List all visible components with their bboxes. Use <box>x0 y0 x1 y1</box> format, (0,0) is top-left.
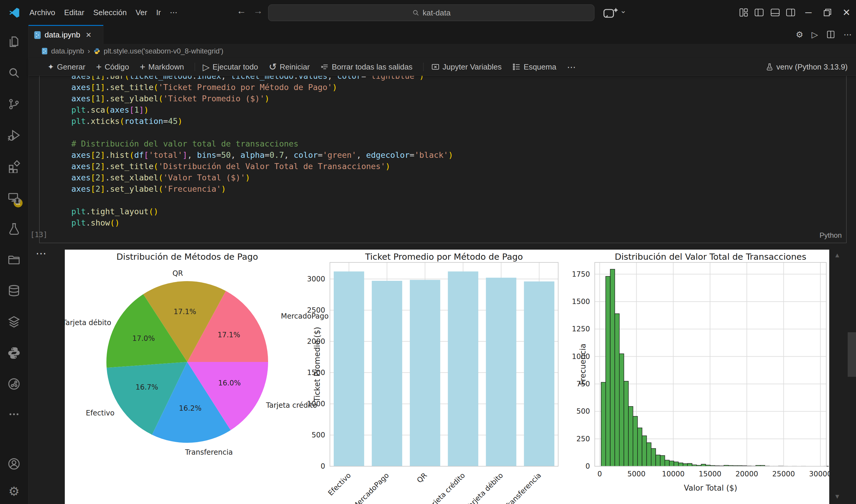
run-notebook-icon[interactable]: ▷ <box>812 30 818 39</box>
breadcrumb-file[interactable]: data.ipynb <box>51 47 84 55</box>
svg-text:Valor Total ($): Valor Total ($) <box>684 484 737 492</box>
breadcrumb-separator: › <box>88 47 90 55</box>
titlebar: Archivo Editar Selección Ver Ir ⋯ ← → ka… <box>0 0 856 25</box>
explorer-icon[interactable] <box>7 35 20 48</box>
split-editor-icon[interactable] <box>826 30 835 39</box>
cell-border-right <box>846 75 846 243</box>
more-views-icon[interactable] <box>7 408 20 421</box>
code-line[interactable]: # Distribución del valor total de transa… <box>0 138 856 149</box>
copilot-chevron-down-icon[interactable]: ⌄ <box>620 6 626 15</box>
database-icon[interactable] <box>7 284 20 297</box>
restart-kernel-button[interactable]: ↺ Reiniciar <box>269 61 310 73</box>
svg-text:10000: 10000 <box>662 470 684 478</box>
menu-editar[interactable]: Editar <box>60 8 89 17</box>
jupyter-variables-button[interactable]: Jupyter Variables <box>431 62 502 72</box>
toggle-sidebar-right-icon[interactable] <box>785 6 797 18</box>
add-markdown-cell-button[interactable]: + Markdown <box>140 61 184 73</box>
cell-border-bottom <box>39 243 846 243</box>
run-all-button[interactable]: ▷ Ejecutar todo <box>203 62 258 72</box>
toolbar-divider <box>195 63 195 71</box>
close-window-button[interactable]: ✕ <box>840 6 853 18</box>
python-icon[interactable] <box>7 346 20 360</box>
kernel-picker[interactable]: venv (Python 3.13.9) <box>766 58 848 75</box>
vscode-window: Archivo Editar Selección Ver Ir ⋯ ← → ka… <box>0 0 856 504</box>
plus-icon: + <box>96 61 102 73</box>
menu-ir[interactable]: Ir <box>151 8 165 17</box>
code-editor[interactable]: axes[1].bar(ticket_metodo.index, ticket_… <box>0 70 856 229</box>
tab-close-icon[interactable]: ✕ <box>86 31 92 39</box>
add-code-cell-button[interactable]: + Código <box>96 61 129 73</box>
breadcrumb: data.ipynb › plt.style.use('seaborn-v0_8… <box>29 44 856 58</box>
restore-button[interactable] <box>821 6 834 18</box>
editor-tab-bar: data.ipynb ✕ ⚙ ▷ ⋯ <box>29 25 856 44</box>
clear-all-outputs-button[interactable]: Borrar todas las salidas <box>320 62 412 72</box>
toggle-sidebar-left-icon[interactable] <box>753 6 765 18</box>
svg-text:Tarjeta débito: Tarjeta débito <box>65 319 111 327</box>
vscode-logo-icon <box>8 6 20 18</box>
svg-text:15000: 15000 <box>699 470 721 478</box>
python-cell-icon <box>94 48 100 54</box>
search-icon <box>412 9 420 17</box>
menubar: Archivo Editar Selección Ver Ir ⋯ <box>25 0 182 25</box>
nav-forward-icon[interactable]: → <box>253 5 263 16</box>
svg-text:16.2%: 16.2% <box>179 404 201 412</box>
cell-language-label[interactable]: Python <box>819 231 842 239</box>
code-line[interactable] <box>0 195 856 206</box>
code-line[interactable]: plt.xticks(rotation=45) <box>0 115 856 127</box>
sparkle-icon: ✦ <box>48 62 54 72</box>
code-line[interactable]: plt.sca(axes[1]) <box>0 104 856 115</box>
menu-archivo[interactable]: Archivo <box>25 8 60 17</box>
plus-icon: + <box>140 61 145 73</box>
copilot-icon[interactable] <box>603 7 620 19</box>
menu-seleccion[interactable]: Selección <box>89 8 131 17</box>
restart-icon: ↺ <box>269 61 277 73</box>
tab-data-ipynb[interactable]: data.ipynb ✕ <box>29 25 103 44</box>
svg-text:1500: 1500 <box>572 298 590 306</box>
code-line[interactable]: axes[1].set_ylabel('Ticket Promedio ($)'… <box>0 93 856 104</box>
editor-more-actions-icon[interactable]: ⋯ <box>843 30 852 39</box>
svg-text:Transferencia: Transferencia <box>185 448 233 456</box>
code-line[interactable]: axes[2].set_xlabel('Valor Total ($)') <box>0 172 856 183</box>
minimize-button[interactable]: ─ <box>802 6 815 18</box>
svg-text:500: 500 <box>311 431 325 439</box>
folder-library-icon[interactable] <box>7 253 20 266</box>
scroll-down-icon[interactable]: ▼ <box>834 493 840 501</box>
svg-text:17.0%: 17.0% <box>132 334 155 343</box>
notebook-file-icon <box>41 48 48 55</box>
code-line[interactable]: axes[2].set_ylabel('Frecuencia') <box>0 183 856 195</box>
scrollbar-thumb[interactable] <box>848 332 856 377</box>
output-options-icon[interactable]: ⋯ <box>36 247 47 260</box>
editor-actions: ⚙ ▷ ⋯ <box>796 25 852 44</box>
layers-icon[interactable] <box>7 315 20 328</box>
svg-text:17.1%: 17.1% <box>174 308 196 316</box>
execution-count: [13] <box>30 231 48 239</box>
settings-gear-icon[interactable]: ⚙ <box>7 485 20 498</box>
breadcrumb-cell[interactable]: plt.style.use('seaborn-v0_8-whitegrid') <box>104 47 224 55</box>
notebook-settings-gear-icon[interactable]: ⚙ <box>796 30 803 39</box>
figure-canvas: 17.1%MercadoPago17.1%QR17.0%Tarjeta débi… <box>65 250 829 504</box>
code-line[interactable]: axes[2].set_title('Distribución del Valo… <box>0 161 856 172</box>
code-line[interactable]: plt.show() <box>0 217 856 229</box>
git-graph-icon[interactable] <box>7 377 20 391</box>
code-line[interactable]: plt.tight_layout() <box>0 206 856 217</box>
command-center-search[interactable]: kat-data <box>268 4 594 21</box>
code-line[interactable]: axes[2].hist(df['total'], bins=50, alpha… <box>0 149 856 161</box>
code-line[interactable]: axes[1].set_title('Ticket Promedio por M… <box>0 82 856 93</box>
account-icon[interactable] <box>7 457 20 470</box>
customize-layout-icon[interactable] <box>738 6 750 18</box>
tab-label: data.ipynb <box>44 30 80 39</box>
clear-all-icon <box>320 63 329 71</box>
toggle-panel-icon[interactable] <box>769 6 781 18</box>
outline-button[interactable]: Esquema <box>512 62 556 72</box>
svg-text:25000: 25000 <box>772 470 795 478</box>
svg-text:QR: QR <box>173 269 183 277</box>
scroll-up-icon[interactable]: ▲ <box>834 251 840 259</box>
kernel-beaker-icon <box>766 63 773 71</box>
generate-button[interactable]: ✦ Generar <box>48 62 85 72</box>
nav-back-icon[interactable]: ← <box>236 5 246 16</box>
code-line[interactable] <box>0 127 856 138</box>
svg-text:20000: 20000 <box>735 470 758 478</box>
menu-ver[interactable]: Ver <box>131 8 151 17</box>
toolbar-more-icon[interactable]: ⋯ <box>567 62 576 72</box>
menu-overflow[interactable]: ⋯ <box>165 8 182 17</box>
